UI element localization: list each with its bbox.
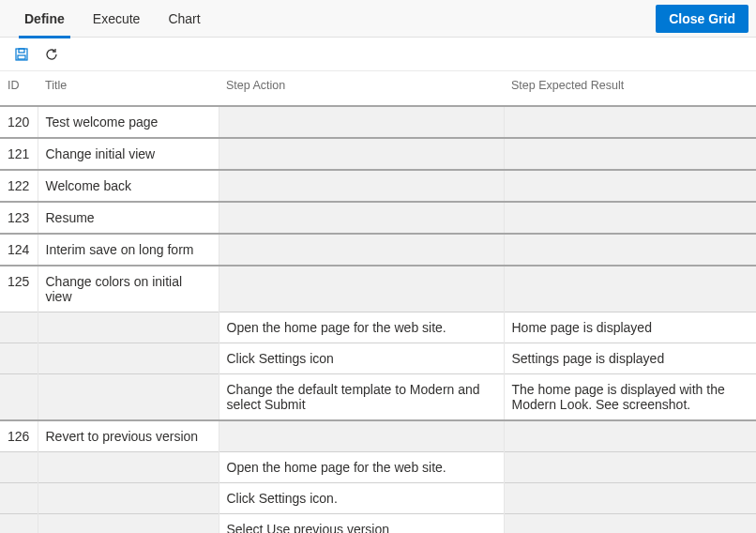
cell-action[interactable]: Open the home page for the web site. [219,452,504,483]
table-row[interactable]: Click Settings iconSettings page is disp… [0,343,756,374]
cell-expected[interactable]: The home page is displayed with the Mode… [504,374,756,421]
cell-expected[interactable] [504,514,756,534]
cell-title[interactable] [38,514,219,534]
cell-id[interactable]: 124 [0,234,38,266]
cell-expected[interactable] [504,483,756,514]
cell-expected[interactable] [504,202,756,234]
header-title[interactable]: Title [38,71,219,106]
tab-execute[interactable]: Execute [80,0,154,38]
cell-id[interactable] [0,514,38,534]
cell-title[interactable]: Resume [38,202,219,234]
cell-title[interactable] [38,312,219,343]
cell-action[interactable]: Change the default template to Modern an… [219,374,504,421]
svg-rect-2 [18,55,25,59]
cell-title[interactable] [38,483,219,514]
cell-action[interactable] [219,202,504,234]
table-row[interactable]: Open the home page for the web site. [0,452,756,483]
cell-id[interactable] [0,374,38,421]
cell-expected[interactable]: Home page is displayed [504,312,756,343]
cell-title[interactable] [38,374,219,421]
table-row[interactable]: 121Change initial view [0,138,756,170]
toolbar: Define Execute Chart Close Grid [0,0,756,38]
cell-expected[interactable] [504,170,756,202]
table-row[interactable]: 122Welcome back [0,170,756,202]
header-row: ID Title Step Action Step Expected Resul… [0,71,756,106]
cell-title[interactable]: Welcome back [38,170,219,202]
cell-action[interactable]: Select Use previous version [219,514,504,534]
icon-toolbar [0,38,756,71]
cell-action[interactable]: Click Settings icon [219,343,504,374]
save-icon[interactable] [13,46,30,63]
refresh-icon[interactable] [43,46,60,63]
cell-action[interactable]: Click Settings icon. [219,483,504,514]
cell-expected[interactable] [504,138,756,170]
table-row[interactable]: Change the default template to Modern an… [0,374,756,421]
cell-id[interactable]: 120 [0,106,38,138]
cell-action[interactable] [219,170,504,202]
table-row[interactable]: 124Interim save on long form [0,234,756,266]
grid-table: ID Title Step Action Step Expected Resul… [0,71,756,533]
table-row[interactable]: 125Change colors on initial view [0,266,756,312]
cell-expected[interactable] [504,420,756,452]
cell-expected[interactable] [504,266,756,312]
cell-action[interactable] [219,234,504,266]
table-row[interactable]: Open the home page for the web site.Home… [0,312,756,343]
close-grid-button[interactable]: Close Grid [656,5,748,33]
header-expected[interactable]: Step Expected Result [504,71,756,106]
cell-id[interactable]: 123 [0,202,38,234]
table-row[interactable]: 123Resume [0,202,756,234]
cell-expected[interactable] [504,234,756,266]
cell-expected[interactable] [504,106,756,138]
cell-title[interactable] [38,343,219,374]
cell-id[interactable] [0,452,38,483]
svg-rect-1 [19,49,24,53]
cell-title[interactable]: Change colors on initial view [38,266,219,312]
table-row[interactable]: 126Revert to previous version [0,420,756,452]
cell-action[interactable] [219,106,504,138]
cell-id[interactable] [0,312,38,343]
cell-id[interactable]: 122 [0,170,38,202]
tab-define[interactable]: Define [11,0,78,38]
cell-title[interactable]: Test welcome page [38,106,219,138]
cell-title[interactable]: Change initial view [38,138,219,170]
cell-expected[interactable]: Settings page is displayed [504,343,756,374]
table-row[interactable]: Select Use previous version [0,514,756,534]
cell-title[interactable] [38,452,219,483]
cell-id[interactable]: 125 [0,266,38,312]
cell-expected[interactable] [504,452,756,483]
tab-bar: Define Execute Chart [11,0,656,38]
header-id[interactable]: ID [0,71,38,106]
tab-chart[interactable]: Chart [155,0,213,38]
cell-action[interactable] [219,420,504,452]
cell-id[interactable] [0,483,38,514]
cell-id[interactable] [0,343,38,374]
cell-id[interactable]: 126 [0,420,38,452]
header-action[interactable]: Step Action [219,71,504,106]
cell-action[interactable] [219,138,504,170]
cell-id[interactable]: 121 [0,138,38,170]
cell-title[interactable]: Interim save on long form [38,234,219,266]
table-row[interactable]: Click Settings icon. [0,483,756,514]
cell-title[interactable]: Revert to previous version [38,420,219,452]
cell-action[interactable] [219,266,504,312]
table-row[interactable]: 120Test welcome page [0,106,756,138]
cell-action[interactable]: Open the home page for the web site. [219,312,504,343]
